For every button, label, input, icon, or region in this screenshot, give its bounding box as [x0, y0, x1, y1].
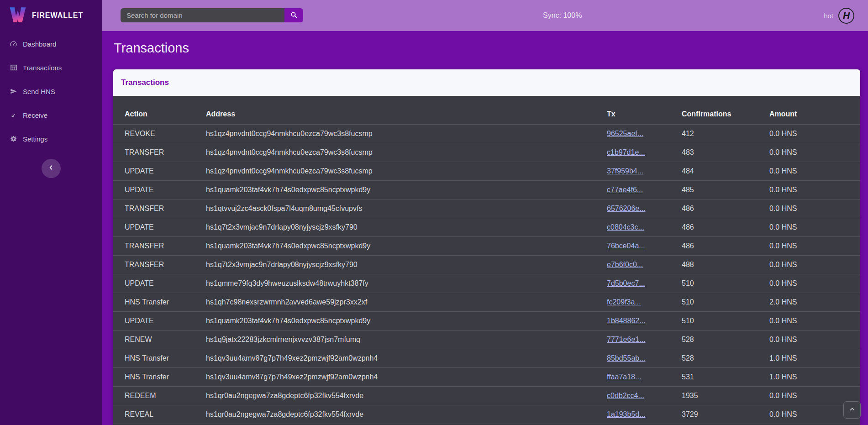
tx-link[interactable]: c1b97d1e...	[607, 148, 645, 156]
table-row: UPDATEhs1qmme79fq3dy9hweuzuslksdw48trwuy…	[113, 274, 860, 293]
search-input[interactable]	[121, 8, 284, 22]
tx-link[interactable]: 1b848862...	[607, 317, 646, 325]
cell-confirmations: 483	[682, 148, 769, 157]
topbar: Sync: 100% hot H	[102, 0, 868, 31]
cell-address: hs1q7t2x3vmjac9n7drlapy08nyjyscjz9xsfky7…	[206, 223, 607, 231]
cell-tx: 76bce04a...	[607, 242, 682, 250]
sidebar-item-label: Receive	[23, 111, 47, 119]
cell-tx: 37f959b4...	[607, 167, 682, 175]
cell-address: hs1qr0au2ngegwa7za8gdeptc6fp32fkv554fxrv…	[206, 410, 607, 419]
cell-confirmations: 528	[682, 354, 769, 362]
cell-action: UPDATE	[125, 223, 206, 231]
wallet-menu[interactable]: hot H	[824, 0, 854, 31]
cell-confirmations: 486	[682, 223, 769, 231]
cell-tx: 7d5b0ec7...	[607, 279, 682, 288]
sidebar-item-send-hns[interactable]: Send HNS	[0, 79, 102, 103]
sidebar-item-dashboard[interactable]: Dashboard	[0, 32, 102, 56]
page-title: Transactions	[114, 41, 189, 56]
tx-link[interactable]: 96525aef...	[607, 130, 643, 137]
tx-link[interactable]: e7b6f0c0...	[607, 261, 643, 268]
tx-link[interactable]: 85bd55ab...	[607, 354, 646, 362]
tx-link[interactable]: 7771e6e1...	[607, 336, 646, 343]
column-header-tx: Tx	[607, 110, 682, 124]
cell-tx: 6576206e...	[607, 205, 682, 213]
cell-action: TRANSFER	[125, 242, 206, 250]
table-row: TRANSFERhs1qtvvuj2zc4asck0fspa7l4uqm8umg…	[113, 199, 860, 218]
cell-tx: 1a193b5d...	[607, 410, 682, 419]
arrow-down-left-icon	[9, 112, 18, 119]
cell-amount: 0.0 HNS	[769, 148, 860, 157]
tx-link[interactable]: ffaa7a18...	[607, 373, 641, 381]
cell-confirmations: 531	[682, 373, 769, 381]
handshake-logo-avatar[interactable]: H	[838, 8, 854, 24]
sidebar-item-settings[interactable]: Settings	[0, 127, 102, 151]
tx-link[interactable]: 7d5b0ec7...	[607, 279, 645, 287]
cell-action: REVOKE	[125, 130, 206, 138]
column-header-address: Address	[206, 110, 607, 124]
chevron-up-icon	[849, 406, 856, 415]
tx-link[interactable]: c0db2cc4...	[607, 392, 644, 399]
column-header-action: Action	[125, 110, 206, 124]
domain-search	[121, 8, 303, 22]
cell-confirmations: 3729	[682, 410, 769, 419]
transactions-card: Transactions Action Address Tx Confirmat…	[113, 69, 860, 425]
cell-amount: 2.0 HNS	[769, 298, 860, 306]
tx-link[interactable]: c77ae4f6...	[607, 186, 643, 194]
cell-confirmations: 510	[682, 298, 769, 306]
cell-confirmations: 1935	[682, 392, 769, 400]
cell-amount: 1.0 HNS	[769, 373, 860, 381]
cell-amount: 0.0 HNS	[769, 130, 860, 138]
table-row: HNS Transferhs1qv3uu4amv87g7p7h49xez2pmz…	[113, 368, 860, 387]
search-button[interactable]	[284, 8, 303, 22]
cell-confirmations: 484	[682, 167, 769, 175]
tx-link[interactable]: 6576206e...	[607, 205, 646, 212]
sidebar: FIREWALLET Dashboard Tran	[0, 0, 102, 425]
gear-icon	[9, 135, 18, 142]
column-header-amount: Amount	[769, 110, 860, 124]
main-content: Transactions Transactions Action Address…	[102, 31, 868, 425]
cell-amount: 0.0 HNS	[769, 205, 860, 213]
cell-action: HNS Transfer	[125, 298, 206, 306]
app-name: FIREWALLET	[32, 11, 83, 20]
avatar-glyph: H	[843, 10, 850, 21]
cell-address: hs1qz4pnvdnt0ccg94nmkhcu0ezca79wc3s8fucs…	[206, 130, 607, 138]
sidebar-collapse-button[interactable]	[42, 159, 61, 178]
tx-link[interactable]: c0804c3c...	[607, 223, 644, 231]
cell-confirmations: 485	[682, 186, 769, 194]
cell-tx: fc209f3a...	[607, 298, 682, 306]
cell-amount: 0.0 HNS	[769, 317, 860, 325]
sidebar-nav: Dashboard Transactions Send HNS	[0, 32, 102, 151]
table-body: REVOKEhs1qz4pnvdnt0ccg94nmkhcu0ezca79wc3…	[113, 125, 860, 424]
wallet-name: hot	[824, 12, 833, 20]
tx-link[interactable]: fc209f3a...	[607, 298, 641, 306]
tx-link[interactable]: 1a193b5d...	[607, 410, 646, 418]
sidebar-item-transactions[interactable]: Transactions	[0, 56, 102, 79]
cell-action: RENEW	[125, 336, 206, 344]
cell-amount: 1.0 HNS	[769, 354, 860, 362]
cell-confirmations: 486	[682, 242, 769, 250]
cell-tx: c1b97d1e...	[607, 148, 682, 157]
cell-action: UPDATE	[125, 317, 206, 325]
cell-confirmations: 510	[682, 317, 769, 325]
table-row: UPDATEhs1q7t2x3vmjac9n7drlapy08nyjyscjz9…	[113, 218, 860, 237]
table-row: REDEEMhs1qr0au2ngegwa7za8gdeptc6fp32fkv5…	[113, 387, 860, 405]
cell-action: UPDATE	[125, 279, 206, 288]
cell-tx: c0804c3c...	[607, 223, 682, 231]
app-logo[interactable]: FIREWALLET	[0, 0, 102, 31]
cell-confirmations: 486	[682, 205, 769, 213]
cell-address: hs1quamk203taf4vk7h74s0edxpwc85ncptxwpkd…	[206, 317, 607, 325]
cell-action: UPDATE	[125, 167, 206, 175]
tx-link[interactable]: 37f959b4...	[607, 167, 643, 175]
cell-amount: 0.0 HNS	[769, 223, 860, 231]
search-icon	[290, 11, 298, 20]
card-title: Transactions	[113, 69, 860, 96]
scroll-to-top-button[interactable]	[843, 401, 861, 419]
sidebar-item-receive[interactable]: Receive	[0, 103, 102, 127]
table-row: HNS Transferhs1qv3uu4amv87g7p7h49xez2pmz…	[113, 349, 860, 368]
cell-amount: 0.0 HNS	[769, 261, 860, 269]
transactions-table: Action Address Tx Confirmations Amount R…	[113, 96, 860, 425]
tx-link[interactable]: 76bce04a...	[607, 242, 645, 250]
table-row: TRANSFERhs1q7t2x3vmjac9n7drlapy08nyjyscj…	[113, 256, 860, 274]
gauge-icon	[9, 40, 18, 48]
cell-confirmations: 528	[682, 336, 769, 344]
